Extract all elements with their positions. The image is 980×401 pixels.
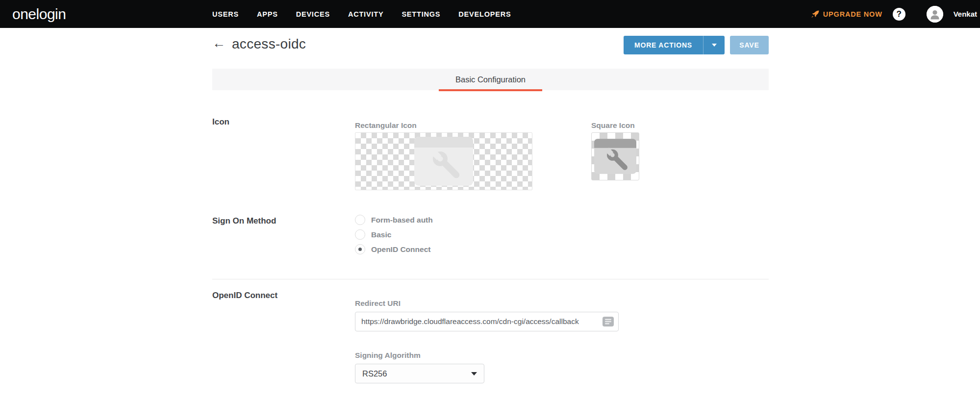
radio-form-based-auth[interactable]: Form-based auth <box>355 215 433 225</box>
more-actions-caret[interactable] <box>703 36 725 54</box>
tab-bar: Basic Configuration <box>212 69 769 90</box>
app-window-wrench-icon <box>594 136 636 176</box>
avatar[interactable] <box>927 6 943 23</box>
more-actions-label: MORE ACTIONS <box>624 36 703 54</box>
radio-label: Basic <box>371 230 391 239</box>
openid-connect-section-label: OpenID Connect <box>212 291 277 301</box>
chevron-down-icon <box>471 372 477 376</box>
rocket-icon <box>811 10 820 19</box>
tab-basic-configuration[interactable]: Basic Configuration <box>439 69 542 90</box>
section-divider <box>212 279 769 279</box>
redirect-uri-input[interactable] <box>355 312 619 331</box>
page-title: access-oidc <box>232 36 306 52</box>
nav-item-developers[interactable]: DEVELOPERS <box>458 10 511 18</box>
icon-section-label: Icon <box>212 117 229 127</box>
top-navbar: onelogin USERS APPS DEVICES ACTIVITY SET… <box>0 0 980 28</box>
redirect-uri-label: Redirect URI <box>355 299 401 308</box>
page-title-row: ← access-oidc <box>212 36 306 52</box>
rectangular-icon-upload[interactable] <box>355 132 532 190</box>
primary-nav: USERS APPS DEVICES ACTIVITY SETTINGS DEV… <box>212 0 511 28</box>
radio-icon <box>355 229 365 240</box>
radio-label: OpenID Connect <box>371 245 430 254</box>
navbar-right-group: UPGRADE NOW ? Venkat <box>811 0 977 28</box>
sign-on-method-label: Sign On Method <box>212 216 276 226</box>
radio-selected-icon <box>355 244 365 254</box>
onelogin-logo[interactable]: onelogin <box>12 6 66 23</box>
nav-item-activity[interactable]: ACTIVITY <box>348 10 383 18</box>
square-icon-upload[interactable] <box>591 132 639 180</box>
chevron-down-icon <box>712 44 717 47</box>
help-glyph: ? <box>896 9 901 19</box>
more-actions-button[interactable]: MORE ACTIONS <box>624 36 725 54</box>
save-button[interactable]: SAVE <box>730 36 769 54</box>
action-buttons: MORE ACTIONS SAVE <box>624 36 769 54</box>
radio-basic[interactable]: Basic <box>355 229 433 240</box>
upgrade-now-button[interactable]: UPGRADE NOW <box>811 10 882 19</box>
username-label[interactable]: Venkat <box>954 10 977 18</box>
signing-algorithm-select[interactable]: RS256 <box>355 364 484 383</box>
redirect-uri-field-wrap <box>355 312 619 331</box>
radio-openid-connect[interactable]: OpenID Connect <box>355 244 433 254</box>
radio-label: Form-based auth <box>371 216 433 225</box>
nav-item-apps[interactable]: APPS <box>257 10 278 18</box>
sign-on-method-options: Form-based auth Basic OpenID Connect <box>355 215 433 254</box>
signing-algorithm-label: Signing Algorithm <box>355 351 421 360</box>
nav-item-devices[interactable]: DEVICES <box>296 10 330 18</box>
nav-item-settings[interactable]: SETTINGS <box>402 10 440 18</box>
app-window-wrench-icon <box>414 137 473 186</box>
autofill-icon[interactable] <box>603 317 614 326</box>
rectangular-icon-label: Rectangular Icon <box>355 121 417 130</box>
square-icon-label: Square Icon <box>591 121 635 130</box>
signing-algorithm-value: RS256 <box>362 369 471 378</box>
back-arrow-icon[interactable]: ← <box>212 37 226 51</box>
nav-item-users[interactable]: USERS <box>212 10 239 18</box>
help-icon[interactable]: ? <box>893 8 905 21</box>
radio-icon <box>355 215 365 225</box>
upgrade-now-label: UPGRADE NOW <box>823 10 882 18</box>
